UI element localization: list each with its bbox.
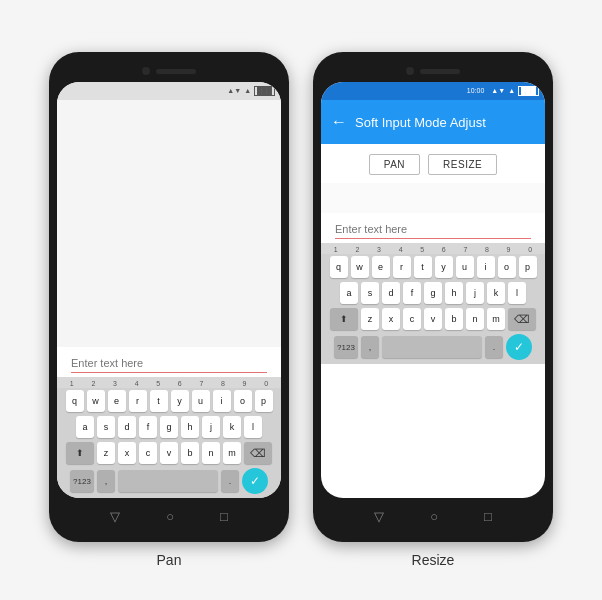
resize-key-c[interactable]: c bbox=[403, 308, 421, 330]
pan-key-comma[interactable]: , bbox=[97, 470, 115, 492]
resize-key-k[interactable]: k bbox=[487, 282, 505, 304]
pan-key-1[interactable]: 1 bbox=[63, 380, 81, 387]
resize-key-2[interactable]: 2 bbox=[348, 246, 366, 253]
resize-key-123[interactable]: ?123 bbox=[334, 336, 358, 358]
resize-key-5[interactable]: 5 bbox=[413, 246, 431, 253]
pan-key-q[interactable]: q bbox=[66, 390, 84, 412]
pan-key-z[interactable]: z bbox=[97, 442, 115, 464]
resize-pan-button[interactable]: PAN bbox=[369, 154, 420, 175]
resize-key-e[interactable]: e bbox=[372, 256, 390, 278]
pan-key-w[interactable]: w bbox=[87, 390, 105, 412]
resize-key-b[interactable]: b bbox=[445, 308, 463, 330]
resize-key-n[interactable]: n bbox=[466, 308, 484, 330]
pan-key-enter[interactable]: ✓ bbox=[242, 468, 268, 494]
resize-key-comma[interactable]: , bbox=[361, 336, 379, 358]
pan-key-v[interactable]: v bbox=[160, 442, 178, 464]
pan-key-l[interactable]: l bbox=[244, 416, 262, 438]
pan-key-a[interactable]: a bbox=[76, 416, 94, 438]
pan-key-p[interactable]: p bbox=[255, 390, 273, 412]
pan-key-period[interactable]: . bbox=[221, 470, 239, 492]
resize-key-i[interactable]: i bbox=[477, 256, 495, 278]
resize-resize-button[interactable]: RESIZE bbox=[428, 154, 497, 175]
pan-key-6[interactable]: 6 bbox=[171, 380, 189, 387]
pan-key-h[interactable]: h bbox=[181, 416, 199, 438]
pan-key-s[interactable]: s bbox=[97, 416, 115, 438]
resize-key-enter[interactable]: ✓ bbox=[506, 334, 532, 360]
pan-key-2[interactable]: 2 bbox=[84, 380, 102, 387]
resize-key-a[interactable]: a bbox=[340, 282, 358, 304]
resize-key-0[interactable]: 0 bbox=[521, 246, 539, 253]
resize-key-p[interactable]: p bbox=[519, 256, 537, 278]
pan-key-r[interactable]: r bbox=[129, 390, 147, 412]
resize-nav-home[interactable]: ○ bbox=[430, 509, 438, 524]
resize-key-period[interactable]: . bbox=[485, 336, 503, 358]
resize-key-8[interactable]: 8 bbox=[478, 246, 496, 253]
resize-key-v[interactable]: v bbox=[424, 308, 442, 330]
resize-key-t[interactable]: t bbox=[414, 256, 432, 278]
resize-key-shift[interactable]: ⬆ bbox=[330, 308, 358, 330]
resize-key-j[interactable]: j bbox=[466, 282, 484, 304]
pan-key-c[interactable]: c bbox=[139, 442, 157, 464]
pan-key-shift[interactable]: ⬆ bbox=[66, 442, 94, 464]
pan-key-0[interactable]: 0 bbox=[257, 380, 275, 387]
pan-key-3[interactable]: 3 bbox=[106, 380, 124, 387]
resize-key-y[interactable]: y bbox=[435, 256, 453, 278]
resize-key-z[interactable]: z bbox=[361, 308, 379, 330]
pan-key-g[interactable]: g bbox=[160, 416, 178, 438]
pan-key-y[interactable]: y bbox=[171, 390, 189, 412]
resize-key-x[interactable]: x bbox=[382, 308, 400, 330]
pan-nav-home[interactable]: ○ bbox=[166, 509, 174, 524]
pan-key-e[interactable]: e bbox=[108, 390, 126, 412]
pan-key-n[interactable]: n bbox=[202, 442, 220, 464]
resize-app-title: Soft Input Mode Adjust bbox=[355, 115, 486, 130]
resize-key-r[interactable]: r bbox=[393, 256, 411, 278]
pan-key-d[interactable]: d bbox=[118, 416, 136, 438]
pan-key-9[interactable]: 9 bbox=[236, 380, 254, 387]
resize-back-arrow[interactable]: ← bbox=[331, 113, 347, 131]
resize-key-l[interactable]: l bbox=[508, 282, 526, 304]
pan-key-j[interactable]: j bbox=[202, 416, 220, 438]
pan-key-5[interactable]: 5 bbox=[149, 380, 167, 387]
pan-key-o[interactable]: o bbox=[234, 390, 252, 412]
pan-key-x[interactable]: x bbox=[118, 442, 136, 464]
resize-key-6[interactable]: 6 bbox=[435, 246, 453, 253]
resize-nav-recents[interactable]: □ bbox=[484, 509, 492, 524]
pan-wifi: ▲ bbox=[244, 87, 251, 94]
pan-key-backspace[interactable]: ⌫ bbox=[244, 442, 272, 464]
pan-key-m[interactable]: m bbox=[223, 442, 241, 464]
resize-key-7[interactable]: 7 bbox=[456, 246, 474, 253]
pan-key-i[interactable]: i bbox=[213, 390, 231, 412]
pan-nav-back[interactable]: ▽ bbox=[110, 509, 120, 524]
resize-nav-back[interactable]: ▽ bbox=[374, 509, 384, 524]
resize-key-s[interactable]: s bbox=[361, 282, 379, 304]
resize-text-input[interactable] bbox=[335, 223, 531, 239]
pan-key-t[interactable]: t bbox=[150, 390, 168, 412]
pan-key-k[interactable]: k bbox=[223, 416, 241, 438]
resize-key-q[interactable]: q bbox=[330, 256, 348, 278]
pan-keyboard: 1 2 3 4 5 6 7 8 9 0 q bbox=[57, 377, 281, 498]
pan-key-f[interactable]: f bbox=[139, 416, 157, 438]
pan-key-123[interactable]: ?123 bbox=[70, 470, 94, 492]
resize-key-g[interactable]: g bbox=[424, 282, 442, 304]
pan-key-space[interactable] bbox=[118, 470, 218, 492]
resize-key-m[interactable]: m bbox=[487, 308, 505, 330]
resize-key-f[interactable]: f bbox=[403, 282, 421, 304]
resize-key-4[interactable]: 4 bbox=[392, 246, 410, 253]
pan-key-8[interactable]: 8 bbox=[214, 380, 232, 387]
pan-key-7[interactable]: 7 bbox=[192, 380, 210, 387]
resize-key-1[interactable]: 1 bbox=[327, 246, 345, 253]
resize-key-u[interactable]: u bbox=[456, 256, 474, 278]
resize-key-o[interactable]: o bbox=[498, 256, 516, 278]
resize-key-d[interactable]: d bbox=[382, 282, 400, 304]
resize-key-backspace[interactable]: ⌫ bbox=[508, 308, 536, 330]
pan-key-4[interactable]: 4 bbox=[128, 380, 146, 387]
resize-key-3[interactable]: 3 bbox=[370, 246, 388, 253]
pan-text-input[interactable] bbox=[71, 357, 267, 373]
resize-key-9[interactable]: 9 bbox=[500, 246, 518, 253]
resize-key-h[interactable]: h bbox=[445, 282, 463, 304]
resize-key-space[interactable] bbox=[382, 336, 482, 358]
pan-nav-recents[interactable]: □ bbox=[220, 509, 228, 524]
pan-key-u[interactable]: u bbox=[192, 390, 210, 412]
resize-key-w[interactable]: w bbox=[351, 256, 369, 278]
pan-key-b[interactable]: b bbox=[181, 442, 199, 464]
